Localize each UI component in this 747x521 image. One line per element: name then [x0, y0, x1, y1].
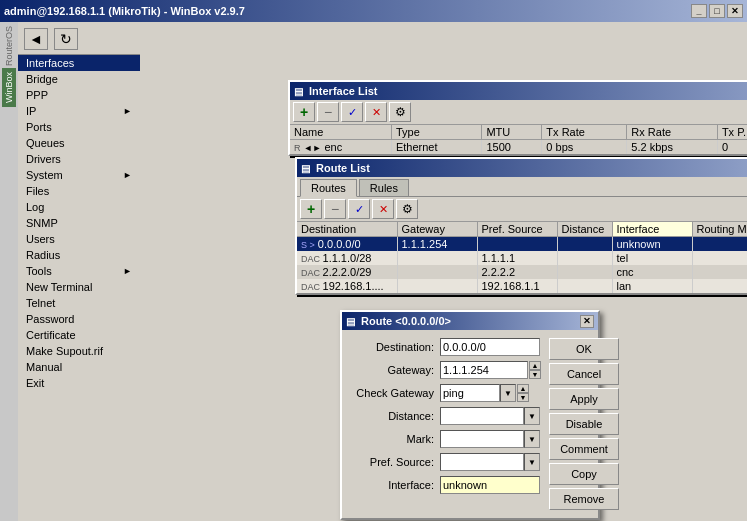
sidebar-item-exit[interactable]: Exit [18, 375, 140, 391]
cell-gateway [397, 265, 477, 279]
check-gateway-spin: ▲ ▼ [517, 384, 529, 402]
remove-button[interactable]: Remove [549, 488, 619, 510]
sidebar-item-bridge[interactable]: Bridge [18, 71, 140, 87]
destination-row: Destination: document.querySelector('[da… [350, 338, 541, 356]
route-list-window: ▤ Route List ✕ Routes Rules + − ✓ ✕ ⚙ al… [295, 157, 747, 295]
interface-table: Name Type MTU Tx Rate Rx Rate Tx P... Rx… [290, 125, 747, 154]
check-route-button[interactable]: ✓ [348, 199, 370, 219]
check-gateway-spin-up[interactable]: ▲ [517, 384, 529, 393]
check-gateway-row: Check Gateway ▼ ▲ ▼ [350, 384, 541, 402]
pref-source-dropdown-group: ▼ [440, 453, 540, 471]
sidebar-item-manual[interactable]: Manual [18, 359, 140, 375]
sidebar-item-users[interactable]: Users [18, 231, 140, 247]
sidebar-item-drivers[interactable]: Drivers [18, 151, 140, 167]
distance-dropdown-btn[interactable]: ▼ [524, 407, 540, 425]
dialog-action-buttons: OK Cancel Apply Disable Comment Copy Rem… [549, 338, 619, 510]
route-list-toolbar: + − ✓ ✕ ⚙ all [297, 197, 747, 222]
cell-mtu: 1500 [482, 140, 542, 155]
route-dialog-icon: ▤ [346, 316, 355, 327]
table-row[interactable]: DAC 1.1.1.0/28 1.1.1.1 tel [297, 251, 747, 265]
cancel-button[interactable]: Cancel [549, 363, 619, 385]
route-dialog-close-button[interactable]: ✕ [580, 315, 594, 328]
copy-button[interactable]: Copy [549, 463, 619, 485]
sidebar-item-ports[interactable]: Ports [18, 119, 140, 135]
pref-source-input[interactable] [440, 453, 524, 471]
sidebar-item-tools[interactable]: Tools ► [18, 263, 140, 279]
maximize-button[interactable]: □ [709, 4, 725, 18]
close-button[interactable]: ✕ [727, 4, 743, 18]
mark-label: Mark: [350, 433, 440, 445]
table-row[interactable]: R ◄► enc Ethernet 1500 0 bps 5.2 kbps 0 … [290, 140, 747, 155]
sidebar-item-new-terminal[interactable]: New Terminal [18, 279, 140, 295]
gateway-input[interactable] [440, 361, 528, 379]
remove-interface-button[interactable]: − [317, 102, 339, 122]
check-gateway-dropdown-btn[interactable]: ▼ [500, 384, 516, 402]
gateway-spin-up[interactable]: ▲ [529, 361, 541, 370]
check-interface-button[interactable]: ✓ [341, 102, 363, 122]
sidebar-item-label: Bridge [26, 73, 58, 85]
sidebar-item-queues[interactable]: Queues [18, 135, 140, 151]
cell-tx-rate: 0 bps [542, 140, 627, 155]
cell-routing-mark [692, 237, 747, 252]
interface-list-title: ▤ Interface List [294, 85, 378, 97]
refresh-button[interactable]: ↻ [54, 28, 78, 50]
sidebar-item-interfaces[interactable]: Interfaces [18, 55, 140, 71]
destination-input[interactable] [440, 338, 540, 356]
tab-rules[interactable]: Rules [359, 179, 409, 196]
cell-gateway [397, 251, 477, 265]
interface-input[interactable] [440, 476, 540, 494]
col-destination: Destination [297, 222, 397, 237]
check-gateway-input[interactable] [440, 384, 500, 402]
comment-button[interactable]: Comment [549, 438, 619, 460]
add-interface-button[interactable]: + [293, 102, 315, 122]
sidebar-item-telnet[interactable]: Telnet [18, 295, 140, 311]
x-route-button[interactable]: ✕ [372, 199, 394, 219]
cell-pref-source: 192.168.1.1 [477, 279, 557, 293]
table-row[interactable]: S > 0.0.0.0/0 1.1.1.254 unknown [297, 237, 747, 252]
sidebar-item-label: Radius [26, 249, 60, 261]
apply-button[interactable]: Apply [549, 388, 619, 410]
mark-dropdown-btn[interactable]: ▼ [524, 430, 540, 448]
gateway-spin-down[interactable]: ▼ [529, 370, 541, 379]
pref-source-dropdown-btn[interactable]: ▼ [524, 453, 540, 471]
check-gateway-spin-down[interactable]: ▼ [517, 393, 529, 402]
back-button[interactable]: ◄ [24, 28, 48, 50]
col-tx-rate: Tx Rate [542, 125, 627, 140]
sidebar-item-radius[interactable]: Radius [18, 247, 140, 263]
interface-row: Interface: [350, 476, 541, 494]
sidebar-item-log[interactable]: Log [18, 199, 140, 215]
distance-input[interactable] [440, 407, 524, 425]
mark-input[interactable] [440, 430, 524, 448]
sidebar-item-ppp[interactable]: PPP [18, 87, 140, 103]
disable-button[interactable]: Disable [549, 413, 619, 435]
ok-button[interactable]: OK [549, 338, 619, 360]
table-row[interactable]: DAC 192.168.1.... 192.168.1.1 lan [297, 279, 747, 293]
sidebar-item-files[interactable]: Files [18, 183, 140, 199]
remove-route-button[interactable]: − [324, 199, 346, 219]
sidebar-item-system[interactable]: System ► [18, 167, 140, 183]
sidebar-item-certificate[interactable]: Certificate [18, 327, 140, 343]
sidebar-arrow-ip: ► [123, 106, 132, 116]
sidebar-item-make-supout[interactable]: Make Supout.rif [18, 343, 140, 359]
tab-routes[interactable]: Routes [300, 179, 357, 197]
gateway-label: Gateway: [350, 364, 440, 376]
settings-interface-button[interactable]: ⚙ [389, 102, 411, 122]
minimize-button[interactable]: _ [691, 4, 707, 18]
sidebar: RouterOS WinBox ◄ ↻ Interfaces Bridge PP… [0, 22, 140, 521]
winbox-label: WinBox [2, 68, 16, 107]
x-interface-button[interactable]: ✕ [365, 102, 387, 122]
sidebar-item-snmp[interactable]: SNMP [18, 215, 140, 231]
route-dialog-body: Destination: document.querySelector('[da… [342, 330, 598, 518]
sidebar-item-label: Ports [26, 121, 52, 133]
cell-name: R ◄► enc [290, 140, 391, 155]
destination-label: Destination: [350, 341, 440, 353]
sidebar-item-label: System [26, 169, 63, 181]
sidebar-item-password[interactable]: Password [18, 311, 140, 327]
sidebar-item-ip[interactable]: IP ► [18, 103, 140, 119]
table-row[interactable]: DAC 2.2.2.0/29 2.2.2.2 cnc [297, 265, 747, 279]
distance-row: Distance: ▼ [350, 407, 541, 425]
interface-icon: ◄► [304, 143, 322, 153]
add-route-button[interactable]: + [300, 199, 322, 219]
settings-route-button[interactable]: ⚙ [396, 199, 418, 219]
col-pref-source: Pref. Source [477, 222, 557, 237]
